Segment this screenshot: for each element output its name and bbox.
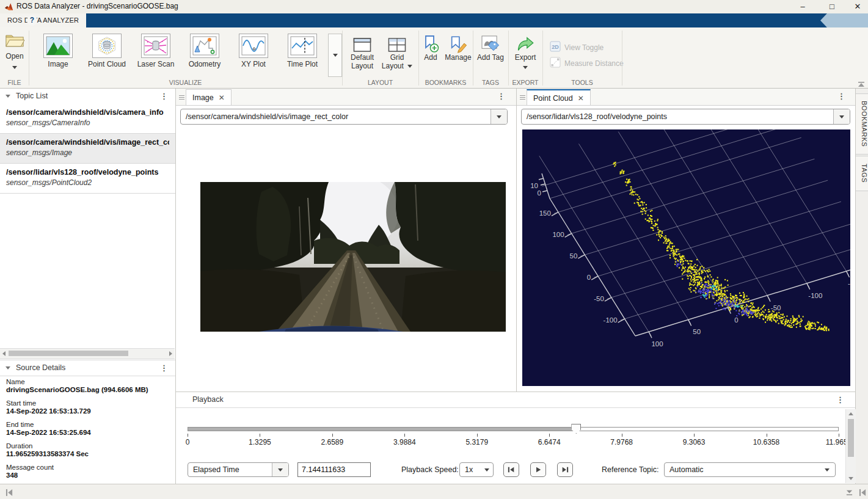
collapse-left-panel-icon[interactable] [5,488,14,499]
time-mode-combobox[interactable]: Elapsed Time [188,462,289,477]
source-detail-label: Message count [6,464,171,472]
source-details-menu-icon[interactable]: ⋮ [160,364,168,373]
topic-list-item[interactable]: /sensor/lidar/vls128_roof/velodyne_point… [0,164,175,194]
add-tag-button[interactable]: Add Tag [475,34,506,62]
image-topic-combobox[interactable]: /sensor/camera/windshield/vis/image_rect… [180,109,508,125]
pointcloud-panel-menu-icon[interactable]: ⋮ [837,92,845,101]
scroll-up-icon[interactable] [848,412,853,415]
tab-ros-data-analyzer[interactable]: ROS DATA ANALYZER [0,13,86,27]
visualize-item-label: Laser Scan [131,60,180,68]
odometry-icon [190,34,219,58]
playback-slider-track[interactable] [188,427,839,431]
help-icon[interactable]: ? [27,15,37,26]
collapse-right-strip-icon[interactable] [858,488,867,499]
view-toggle-button[interactable]: 2D View Toggle [550,41,604,54]
open-button[interactable]: Open [2,32,27,71]
topic-list-hscrollbar[interactable] [0,348,175,359]
topic-list-header: Topic List ⋮ [0,89,175,104]
default-layout-button[interactable]: Default Layout [345,34,380,70]
playback-tick-label: 2.6589 [311,438,354,446]
playback-slider-fill [188,428,576,431]
source-detail-value: 14-Sep-2022 16:53:25.694 [6,429,171,437]
export-button[interactable]: Export [511,34,540,70]
visualize-timeplot-button[interactable]: Time Plot [278,34,327,76]
play-button[interactable] [530,462,546,477]
tab-point-cloud-label: Point Cloud [533,94,573,103]
visualize-pointcloud-button[interactable]: Point Cloud [82,34,131,76]
xyplot-icon [239,34,268,58]
visualize-xyplot-button[interactable]: XY Plot [229,34,278,76]
group-separator [473,31,473,86]
source-details-title: Source Details [16,363,65,372]
collapse-triangle-icon[interactable] [5,95,10,98]
time-mode-value: Elapsed Time [188,465,272,474]
pointcloud-icon [92,34,122,58]
bookmark-manage-label: Manage [442,53,474,62]
group-label-tags: TAGS [473,79,508,86]
grid-layout-button[interactable]: Grid Layout [381,34,413,70]
reference-topic-combobox[interactable]: Automatic [664,462,836,477]
help-arrow [820,13,868,27]
panel-drag-handle-icon[interactable] [179,94,184,101]
visualize-laserscan-button[interactable]: Laser Scan [131,34,180,76]
sidebar-tab-bookmarks[interactable]: BOOKMARKS [856,93,868,155]
playback-speed-label: Playback Speed: [401,462,459,477]
bookmark-manage-button[interactable]: Manage [442,34,474,62]
skip-start-icon [507,466,516,473]
topic-list-menu-icon[interactable]: ⋮ [160,92,168,101]
combo-caret-button[interactable] [833,109,850,124]
scroll-down-icon[interactable] [848,477,853,480]
topic-type: sensor_msgs/Image [6,148,169,157]
tab-point-cloud[interactable]: Point Cloud✕ [527,89,591,105]
playback-vscrollbar[interactable] [845,409,856,483]
step-forward-button[interactable] [557,462,573,477]
panel-drag-handle-icon[interactable] [520,94,525,101]
close-button[interactable]: ✕ [848,0,867,13]
source-details-header: Source Details ⋮ [0,360,175,376]
combo-caret-button[interactable] [481,463,493,476]
topic-list-item[interactable]: /sensor/camera/windshield/vis/camera_inf… [0,104,175,134]
collapse-playback-icon[interactable] [845,488,853,499]
measure-distance-button[interactable]: Measure Distance [550,57,624,70]
play-icon [534,466,542,473]
maximize-button[interactable]: □ [823,0,841,13]
axis-tick-label: 10 [530,182,538,189]
playback-slider-thumb[interactable] [571,424,581,434]
close-tab-icon[interactable]: ✕ [219,93,225,102]
chevron-down-icon [484,468,489,472]
axis-tick-label: 0 [538,189,541,197]
group-label-file: FILE [0,79,29,86]
sidebar-tab-tags[interactable]: TAGS [856,156,868,191]
panel-divider[interactable] [516,89,517,392]
step-back-button[interactable] [503,462,519,477]
collapse-triangle-icon[interactable] [5,366,10,370]
combo-caret-button[interactable] [819,463,835,476]
scroll-left-icon[interactable] [2,351,5,356]
playback-menu-icon[interactable]: ⋮ [836,396,844,404]
image-panel-menu-icon[interactable]: ⋮ [497,92,505,101]
hscroll-thumb[interactable] [9,351,128,356]
axis-tick-label: -100 [808,292,822,299]
scroll-right-icon[interactable] [169,351,172,356]
image-topic-value: /sensor/camera/windshield/vis/image_rect… [181,112,491,121]
visualize-image-button[interactable]: Image [34,34,82,76]
playback-tick-mark [839,434,839,437]
minimize-button[interactable]: – [793,0,812,13]
elapsed-time-input[interactable] [297,462,371,477]
pointcloud-plot[interactable]: 150100500-50-100100500-50-100-150100 [522,129,850,386]
axis-tick-label: 150 [539,209,551,217]
visualize-gallery-expand-button[interactable] [328,34,342,77]
combo-caret-button[interactable] [491,109,507,124]
vscroll-thumb[interactable] [848,419,854,457]
tab-image[interactable]: Image✕ [186,89,232,105]
bookmark-add-button[interactable]: Add [420,34,441,62]
pointcloud-topic-combobox[interactable]: /sensor/lidar/vls128_roof/velodyne_point… [521,109,850,125]
combo-caret-button[interactable] [272,463,288,476]
topic-list-item[interactable]: /sensor/camera/windshield/vis/image_rect… [0,134,175,164]
axis-tick-label: 0 [587,274,591,281]
close-tab-icon[interactable]: ✕ [578,94,584,103]
visualize-odometry-button[interactable]: Odometry [180,34,229,76]
bookmark-add-label: Add [420,53,441,62]
default-layout-label1: Default [345,53,380,62]
playback-speed-combobox[interactable]: 1x [459,462,494,477]
